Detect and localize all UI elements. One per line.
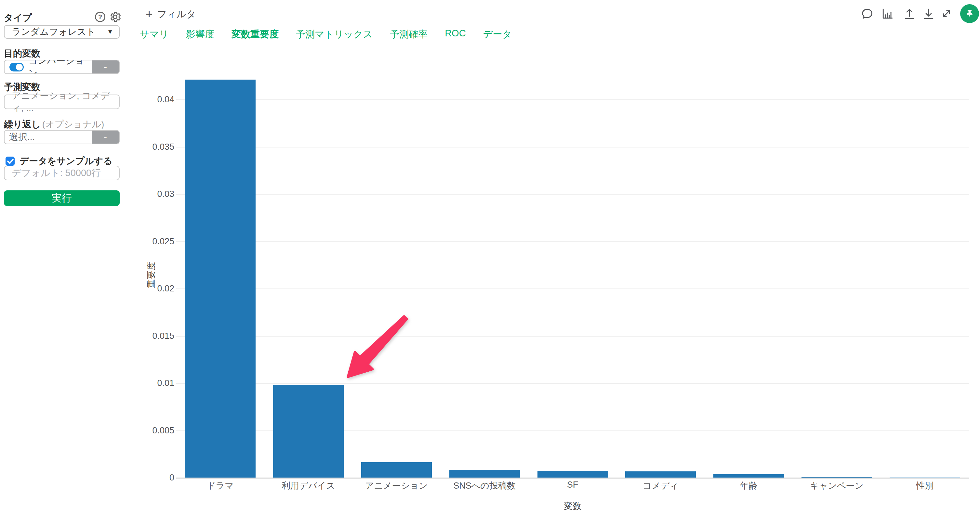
bar-SNSへの投稿数[interactable] <box>449 470 520 477</box>
y-tick-label: 0.02 <box>108 284 174 294</box>
y-axis-title: 重要度 <box>145 260 157 290</box>
y-tick-label: 0.01 <box>108 378 174 388</box>
x-tick-label: ドラマ <box>175 480 266 491</box>
x-axis-line <box>176 477 969 479</box>
app-window: タイプ ? ランダムフォレスト ▼ 目的変数 コンバージョン - 予測変数 アニ… <box>0 0 980 512</box>
x-tick-label: 利用デバイス <box>263 480 354 491</box>
y-tick-label: 0 <box>108 473 174 483</box>
variable-importance-chart: 00.0050.010.0150.020.0250.030.0350.04ドラマ… <box>0 0 980 512</box>
x-tick-label: SF <box>527 480 618 490</box>
y-tick-label: 0.015 <box>108 331 174 341</box>
y-tick-label: 0.04 <box>108 95 174 105</box>
x-axis-title: 変数 <box>527 500 618 512</box>
gridline <box>176 147 969 147</box>
bar-コメディ[interactable] <box>625 471 696 477</box>
gridline <box>176 288 969 289</box>
gridline <box>176 194 969 195</box>
y-tick-label: 0.03 <box>108 189 174 199</box>
bar-ドラマ[interactable] <box>185 79 256 477</box>
gridline <box>176 336 969 336</box>
bar-年齢[interactable] <box>713 474 784 477</box>
bar-SF[interactable] <box>538 471 608 477</box>
x-tick-label: SNSへの投稿数 <box>439 480 530 491</box>
gridline <box>176 100 969 100</box>
y-tick-label: 0.035 <box>108 142 174 152</box>
y-tick-label: 0.005 <box>108 426 174 436</box>
bar-利用デバイス[interactable] <box>273 385 344 477</box>
x-tick-label: キャンペーン <box>791 480 883 491</box>
x-tick-label: 年齢 <box>703 480 794 491</box>
bar-アニメーション[interactable] <box>361 462 432 477</box>
x-tick-label: コメディ <box>615 480 706 491</box>
annotation-arrow <box>335 305 416 387</box>
y-tick-label: 0.025 <box>108 236 174 247</box>
x-tick-label: アニメーション <box>351 480 442 491</box>
gridline <box>176 383 969 384</box>
x-tick-label: 性別 <box>880 480 970 491</box>
gridline <box>176 241 969 242</box>
